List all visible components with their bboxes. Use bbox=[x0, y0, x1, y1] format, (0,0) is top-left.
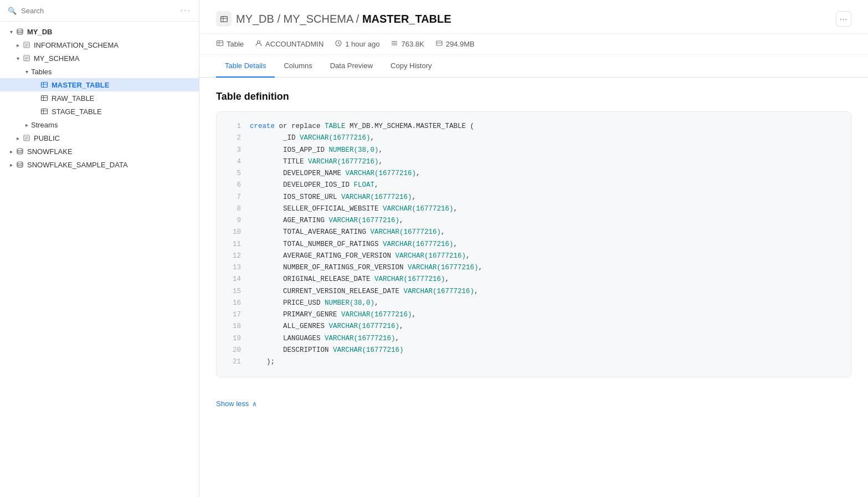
main-content: MY_DB / MY_SCHEMA / MASTER_TABLE ··· Tab… bbox=[199, 0, 868, 497]
chevron-myschema bbox=[13, 54, 22, 63]
sidebar: 🔍 ··· MY_DB INFORMATION_SCHEMA M bbox=[0, 0, 199, 497]
table-icon-master bbox=[40, 80, 49, 89]
group-label-streams: Streams bbox=[31, 121, 58, 129]
storage-icon bbox=[435, 39, 443, 49]
svg-rect-15 bbox=[42, 109, 48, 114]
search-input[interactable] bbox=[21, 7, 176, 15]
tab-table-details[interactable]: Table Details bbox=[216, 55, 275, 78]
more-options-icon[interactable]: ··· bbox=[181, 6, 191, 16]
table-type-icon bbox=[216, 39, 224, 49]
tab-data-preview[interactable]: Data Preview bbox=[321, 55, 382, 78]
table-icon-raw bbox=[40, 94, 49, 103]
breadcrumb-table-icon bbox=[216, 11, 232, 27]
chevron-snowflake-sample bbox=[7, 160, 16, 169]
code-line: 14 ORIGINAL_RELEASE_DATE VARCHAR(1677721… bbox=[228, 274, 840, 285]
code-line: 13 NUMBER_OF_RATINGS_FOR_VERSION VARCHAR… bbox=[228, 262, 840, 274]
meta-size: 294.9MB bbox=[435, 39, 475, 49]
group-item-tables[interactable]: Tables bbox=[0, 65, 199, 78]
table-item-raw[interactable]: RAW_TABLE bbox=[0, 91, 199, 105]
code-block: 1create or replace TABLE MY_DB.MY_SCHEMA… bbox=[216, 111, 851, 377]
code-line: 6 DEVELOPER_IOS_ID FLOAT, bbox=[228, 180, 840, 191]
header-more-button[interactable]: ··· bbox=[836, 11, 851, 27]
chevron-snowflake bbox=[7, 147, 16, 156]
svg-rect-12 bbox=[42, 96, 48, 101]
db-icon-mydb bbox=[16, 27, 24, 36]
code-line: 7 IOS_STORE_URL VARCHAR(16777216), bbox=[228, 192, 840, 203]
code-line: 21 ); bbox=[228, 356, 840, 368]
meta-type: Table bbox=[216, 39, 244, 49]
code-line: 3 IOS_APP_ID NUMBER(38,0), bbox=[228, 145, 840, 156]
group-label-tables: Tables bbox=[31, 68, 52, 76]
database-label-snowflake-sample: SNOWFLAKE_SAMPLE_DATA bbox=[27, 161, 128, 169]
schema-icon-myschema bbox=[22, 54, 31, 63]
table-label-master: MASTER_TABLE bbox=[52, 81, 109, 89]
schema-label-information: INFORMATION_SCHEMA bbox=[34, 41, 119, 49]
chevron-mydb bbox=[7, 27, 16, 36]
svg-point-0 bbox=[17, 29, 23, 31]
tabs-bar: Table Details Columns Data Preview Copy … bbox=[199, 55, 868, 78]
code-line: 17 PRIMARY_GENRE VARCHAR(16777216), bbox=[228, 309, 840, 321]
code-line: 11 TOTAL_NUMBER_OF_RATINGS VARCHAR(16777… bbox=[228, 239, 840, 250]
svg-point-23 bbox=[17, 162, 23, 164]
breadcrumb: MY_DB / MY_SCHEMA / MASTER_TABLE bbox=[216, 11, 451, 27]
code-line: 8 SELLER_OFFICIAL_WEBSITE VARCHAR(167772… bbox=[228, 203, 840, 215]
database-item-snowflake[interactable]: SNOWFLAKE bbox=[0, 145, 199, 158]
meta-rows: 763.8K bbox=[391, 39, 424, 49]
code-line: 20 DESCRIPTION VARCHAR(16777216) bbox=[228, 345, 840, 356]
show-less-label: Show less bbox=[216, 399, 249, 408]
code-line: 1create or replace TABLE MY_DB.MY_SCHEMA… bbox=[228, 121, 840, 132]
database-tree: MY_DB INFORMATION_SCHEMA MY_SCHEMA Table… bbox=[0, 22, 199, 175]
database-label-snowflake: SNOWFLAKE bbox=[27, 147, 73, 156]
schema-icon-information bbox=[22, 40, 31, 49]
tab-copy-history[interactable]: Copy History bbox=[382, 55, 440, 78]
table-item-stage[interactable]: STAGE_TABLE bbox=[0, 105, 199, 118]
owner-icon bbox=[255, 39, 263, 49]
code-line: 10 TOTAL_AVERAGE_RATING VARCHAR(16777216… bbox=[228, 227, 840, 238]
code-line: 18 ALL_GENRES VARCHAR(16777216), bbox=[228, 321, 840, 332]
show-less-bar[interactable]: Show less ∧ bbox=[199, 391, 868, 417]
search-bar: 🔍 ··· bbox=[0, 0, 199, 22]
rows-icon bbox=[391, 39, 398, 49]
table-item-master[interactable]: MASTER_TABLE bbox=[0, 78, 199, 91]
database-item-mydb[interactable]: MY_DB bbox=[0, 25, 199, 38]
chevron-tables bbox=[22, 67, 31, 76]
code-line: 19 LANGUAGES VARCHAR(16777216), bbox=[228, 333, 840, 345]
chevron-information-schema bbox=[13, 40, 22, 49]
table-label-stage: STAGE_TABLE bbox=[52, 107, 102, 116]
schema-item-public[interactable]: PUBLIC bbox=[0, 131, 199, 145]
svg-rect-9 bbox=[42, 83, 48, 88]
database-label-mydb: MY_DB bbox=[27, 28, 53, 36]
tab-columns[interactable]: Columns bbox=[275, 55, 321, 78]
db-icon-snowflake-sample bbox=[16, 160, 24, 169]
meta-bar: Table ACCOUNTADMIN 1 hour ago 763.8K 294… bbox=[199, 34, 868, 55]
code-line: 16 PRICE_USD NUMBER(38,0), bbox=[228, 298, 840, 309]
schema-item-myschema[interactable]: MY_SCHEMA bbox=[0, 52, 199, 65]
database-item-snowflake-sample[interactable]: SNOWFLAKE_SAMPLE_DATA bbox=[0, 158, 199, 171]
code-line: 5 DEVELOPER_NAME VARCHAR(16777216), bbox=[228, 168, 840, 180]
schema-label-myschema: MY_SCHEMA bbox=[34, 54, 79, 63]
chevron-up-icon: ∧ bbox=[252, 400, 257, 408]
svg-rect-24 bbox=[220, 16, 227, 22]
breadcrumb-db: MY_DB / MY_SCHEMA / MASTER_TABLE bbox=[236, 13, 451, 25]
svg-point-22 bbox=[17, 148, 23, 151]
code-line: 2 _ID VARCHAR(16777216), bbox=[228, 132, 840, 144]
chevron-streams bbox=[22, 120, 31, 129]
content-area: Table definition 1create or replace TABL… bbox=[199, 78, 868, 391]
table-label-raw: RAW_TABLE bbox=[52, 94, 94, 103]
clock-icon bbox=[335, 39, 342, 49]
schema-label-public: PUBLIC bbox=[34, 134, 60, 142]
schema-item-information[interactable]: INFORMATION_SCHEMA bbox=[0, 38, 199, 52]
code-line: 4 TITLE VARCHAR(16777216), bbox=[228, 156, 840, 168]
meta-modified: 1 hour ago bbox=[335, 39, 379, 49]
db-icon-snowflake bbox=[16, 147, 24, 156]
table-icon-stage bbox=[40, 107, 49, 116]
meta-owner: ACCOUNTADMIN bbox=[255, 39, 323, 49]
chevron-public bbox=[13, 134, 22, 142]
main-header: MY_DB / MY_SCHEMA / MASTER_TABLE ··· bbox=[199, 0, 868, 34]
group-item-streams[interactable]: Streams bbox=[0, 118, 199, 131]
code-line: 9 AGE_RATING VARCHAR(16777216), bbox=[228, 215, 840, 227]
schema-icon-public bbox=[22, 134, 31, 142]
section-title: Table definition bbox=[216, 91, 851, 103]
search-icon: 🔍 bbox=[8, 7, 17, 15]
code-line: 12 AVERAGE_RATING_FOR_VERSION VARCHAR(16… bbox=[228, 250, 840, 262]
